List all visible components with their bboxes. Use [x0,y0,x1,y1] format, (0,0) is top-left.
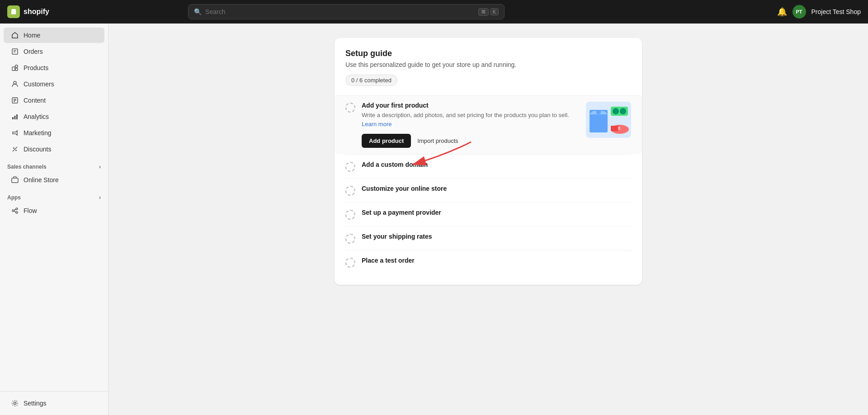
sidebar-item-customers-label: Customers [24,80,54,88]
payment-title: Set up a payment provider [362,209,631,216]
marketing-icon [11,129,19,137]
apps-label: Apps [7,194,21,201]
shopify-wordmark: shopify [24,8,49,16]
sidebar-item-orders-label: Orders [24,48,43,55]
sidebar-item-orders[interactable]: Orders [4,44,104,59]
apps-chevron-icon[interactable]: › [99,194,101,201]
cmd-key: ⌘ [478,8,489,16]
import-products-button[interactable]: Import products [415,134,460,148]
custom-domain-content: Add a custom domain [362,161,631,170]
sidebar: Home Orders Products Customers Content [0,24,108,415]
search-input[interactable] [205,8,475,15]
setup-guide-subtitle: Use this personalized guide to get your … [345,61,631,68]
add-product-title: Add your first product [362,102,580,109]
add-product-content: Add your first product Write a descripti… [362,102,580,148]
customize-store-content: Customize your online store [362,185,631,194]
test-order-check [345,258,355,268]
product-preview-image [587,103,630,137]
sidebar-item-flow-label: Flow [24,207,37,214]
sidebar-item-products-label: Products [24,64,48,71]
svg-rect-33 [618,127,620,130]
store-name: Project Test Shop [811,8,861,15]
svg-rect-14 [16,114,18,119]
svg-rect-18 [12,178,18,183]
guide-item-add-product[interactable]: Add your first product Write a descripti… [335,95,642,154]
customers-icon [11,80,19,88]
custom-domain-check [345,162,355,172]
guide-item-custom-domain[interactable]: Add a custom domain [345,154,631,178]
svg-point-24 [14,402,16,405]
orders-icon [11,47,19,56]
main-content: Setup guide Use this personalized guide … [108,24,868,415]
products-icon [11,64,19,72]
svg-line-23 [14,211,16,212]
sidebar-item-discounts[interactable]: Discounts [4,141,104,157]
svg-rect-13 [14,116,16,119]
layout: Home Orders Products Customers Content [0,24,868,415]
sidebar-item-customers[interactable]: Customers [4,76,104,92]
guide-item-shipping[interactable]: Set your shipping rates [345,226,631,250]
shopify-bag-icon [7,5,20,18]
search-shortcut: ⌘ K [478,8,499,16]
svg-rect-12 [12,117,14,119]
sidebar-item-home-label: Home [24,32,40,39]
shipping-title: Set your shipping rates [362,233,631,240]
customize-store-check [345,186,355,196]
flow-icon [11,207,19,215]
svg-point-20 [16,208,18,210]
setup-guide-title: Setup guide [345,49,631,58]
analytics-icon [11,113,19,121]
shipping-content: Set your shipping rates [362,233,631,242]
guide-item-payment[interactable]: Set up a payment provider [345,202,631,226]
add-product-desc: Write a description, add photos, and set… [362,111,580,128]
svg-point-28 [613,108,619,114]
svg-point-7 [14,81,16,84]
svg-rect-4 [12,67,15,71]
notification-bell-icon[interactable]: 🔔 [777,7,787,17]
progress-badge: 0 / 6 completed [345,75,397,86]
sidebar-item-online-store[interactable]: Online Store [4,172,104,188]
sidebar-item-flow[interactable]: Flow [4,203,104,218]
search-icon: 🔍 [194,8,202,15]
progress-text: 0 / 6 completed [351,77,392,84]
sidebar-item-products[interactable]: Products [4,60,104,75]
topbar: shopify 🔍 ⌘ K 🔔 PT Project Test Shop [0,0,868,24]
svg-point-29 [620,108,626,114]
home-icon [11,31,19,39]
sidebar-item-analytics[interactable]: Analytics [4,109,104,124]
sidebar-item-analytics-label: Analytics [24,113,49,120]
topbar-right: 🔔 PT Project Test Shop [777,5,861,19]
shopify-logo[interactable]: shopify [7,5,49,18]
svg-rect-32 [611,126,619,131]
svg-point-19 [12,210,14,212]
sales-channels-chevron-icon[interactable]: › [99,164,101,170]
svg-point-16 [15,150,17,151]
apps-header: Apps › [0,188,108,203]
search-bar[interactable]: 🔍 ⌘ K [188,4,505,19]
avatar[interactable]: PT [793,5,806,19]
add-product-button[interactable]: Add product [362,134,411,148]
guide-item-test-order[interactable]: Place a test order [345,250,631,274]
svg-rect-1 [12,49,18,54]
sidebar-item-content[interactable]: Content [4,93,104,108]
guide-item-customize-store[interactable]: Customize your online store [345,178,631,202]
content-icon [11,96,19,104]
sidebar-item-settings-label: Settings [24,400,47,407]
learn-more-link[interactable]: Learn more [362,121,392,127]
sales-channels-label: Sales channels [7,164,47,170]
sidebar-item-home[interactable]: Home [4,28,104,43]
payment-content: Set up a payment provider [362,209,631,218]
custom-domain-title: Add a custom domain [362,161,631,168]
k-key: K [490,8,499,15]
setup-guide-card: Setup guide Use this personalized guide … [335,38,642,285]
shipping-check [345,234,355,244]
sidebar-item-marketing-label: Marketing [24,129,51,137]
product-thumbnail [586,102,631,138]
sidebar-bottom: Settings [0,391,108,411]
svg-point-15 [13,147,14,149]
test-order-content: Place a test order [362,257,631,266]
sidebar-item-marketing[interactable]: Marketing [4,125,104,141]
settings-icon [11,399,19,407]
sales-channels-header: Sales channels › [0,157,108,172]
sidebar-item-settings[interactable]: Settings [4,396,104,411]
